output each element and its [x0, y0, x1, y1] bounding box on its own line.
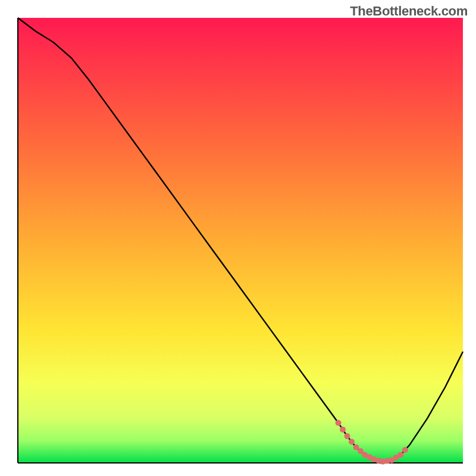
svg-point-14 — [397, 452, 403, 458]
svg-point-3 — [349, 439, 355, 445]
gradient-background — [18, 18, 463, 463]
svg-point-2 — [345, 433, 350, 439]
bottleneck-chart: TheBottleneck.com — [0, 0, 476, 476]
chart-svg — [0, 0, 476, 476]
svg-point-1 — [340, 427, 346, 433]
attribution-text: TheBottleneck.com — [350, 4, 468, 19]
svg-point-0 — [336, 420, 342, 426]
svg-point-15 — [402, 447, 408, 453]
